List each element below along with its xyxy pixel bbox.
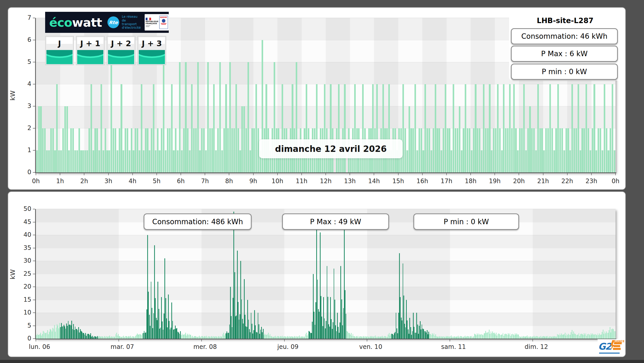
- consumption-bar: [250, 150, 251, 172]
- y-tick-label: 10: [16, 309, 31, 316]
- ecowatt-forecast-green-icon: [46, 50, 73, 64]
- consumption-bar: [151, 128, 152, 172]
- day-tab-j2[interactable]: J + 2: [107, 36, 135, 65]
- stat-pmax-week: P Max : 49 kW: [282, 213, 389, 230]
- consumption-bar: [181, 150, 183, 172]
- x-tick-label: 22h: [557, 178, 578, 185]
- day-tab-j1[interactable]: J + 1: [76, 36, 105, 65]
- consumption-bar: [571, 84, 573, 172]
- consumption-bar: [76, 150, 78, 172]
- y-tick-label: 0: [16, 335, 31, 342]
- consumption-bar: [93, 150, 94, 172]
- ademe-subtext-placeholder: [161, 23, 166, 24]
- x-tick-label: 13h: [340, 178, 360, 185]
- consumption-bar: [529, 106, 531, 172]
- x-tick: [367, 339, 367, 341]
- y-tick-label: 1: [16, 146, 31, 154]
- ecowatt-forecast-green-icon: [77, 50, 103, 64]
- consumption-bar: [539, 128, 541, 172]
- y-tick-label: 25: [16, 270, 31, 277]
- x-tick-label: 20h: [509, 178, 529, 185]
- consumption-bar: [199, 150, 201, 172]
- y-tick-label: 15: [16, 296, 31, 303]
- consumption-bar: [596, 150, 597, 172]
- y-tick-label: 0: [16, 169, 31, 176]
- ecowatt-logo-watt: watt: [72, 15, 102, 30]
- y-tick-label: 4: [16, 80, 31, 87]
- consumption-bar: [491, 150, 492, 172]
- x-tick: [325, 173, 326, 175]
- consumption-bar: [521, 128, 523, 172]
- consumption-bar: [221, 150, 223, 172]
- consumption-bar: [137, 128, 138, 172]
- consumption-bar: [243, 106, 245, 172]
- republique-text: RÉPUBLIQUE FRANÇAISE: [146, 21, 158, 25]
- consumption-bar: [44, 128, 46, 172]
- x-tick-label: mer. 08: [190, 343, 221, 350]
- consumption-bar: [527, 128, 529, 172]
- consumption-bar: [72, 128, 74, 172]
- consumption-bar: [175, 128, 176, 172]
- rte-tagline: Le réseau de transport d'électricité: [122, 15, 142, 30]
- consumption-bar: [543, 150, 545, 172]
- consumption-bar: [424, 84, 426, 172]
- consumption-bar: [475, 84, 476, 172]
- consumption-bar: [91, 84, 92, 172]
- day-tab-j[interactable]: J: [45, 36, 74, 65]
- consumption-bar: [177, 150, 179, 172]
- consumption-bar: [511, 128, 513, 172]
- day-tab-label: J: [46, 37, 73, 50]
- consumption-bar: [251, 128, 253, 172]
- consumption-bar: [417, 150, 418, 172]
- consumption-bar: [519, 128, 521, 172]
- consumption-bar: [553, 150, 555, 172]
- french-flag-icon: [146, 18, 151, 20]
- consumption-bar: [453, 84, 454, 172]
- x-tick: [229, 173, 229, 175]
- consumption-bar: [115, 128, 116, 172]
- y-tick-label: 35: [16, 244, 31, 251]
- republique-francaise-logo: RÉPUBLIQUE FRANÇAISE: [146, 18, 158, 27]
- y-tick-label: 30: [16, 257, 31, 264]
- g2e-wordmark: G2: [598, 341, 611, 352]
- x-tick-label: 18h: [460, 178, 481, 185]
- y-tick: [33, 209, 35, 209]
- consumption-bar: [42, 128, 44, 172]
- consumption-bar: [133, 150, 134, 172]
- consumption-bar: [422, 150, 424, 172]
- ademe-globe-icon: [162, 19, 165, 23]
- consumption-bar: [429, 128, 430, 172]
- consumption-bar: [551, 128, 553, 172]
- day-tab-j3[interactable]: J + 3: [137, 36, 166, 65]
- g2e-e-bar: [614, 342, 622, 344]
- consumption-bar: [573, 128, 575, 172]
- consumption-bar: [108, 150, 110, 172]
- consumption-bar: [247, 62, 249, 172]
- ecowatt-logo-eco: éco: [49, 15, 72, 30]
- consumption-bar: [165, 150, 166, 172]
- consumption-bar: [211, 128, 213, 172]
- consumption-bar: [149, 150, 150, 172]
- x-tick: [201, 339, 202, 341]
- consumption-bar: [183, 128, 185, 172]
- consumption-bar: [541, 128, 543, 172]
- consumption-bar: [36, 150, 38, 172]
- devise-text-placeholder2: [146, 26, 149, 27]
- consumption-bar: [433, 128, 434, 172]
- consumption-bar: [123, 150, 124, 172]
- consumption-bar: [169, 128, 171, 172]
- consumption-bar: [48, 150, 50, 172]
- x-tick-label: 3h: [98, 178, 119, 185]
- consumption-bar: [469, 128, 470, 172]
- consumption-bar: [479, 128, 480, 172]
- x-tick: [446, 173, 447, 175]
- consumption-bar: [338, 84, 340, 172]
- consumption-bar: [459, 106, 460, 172]
- y-tick: [33, 338, 35, 339]
- stat-pmin-week: P min : 0 kW: [413, 213, 519, 230]
- consumption-bar: [88, 128, 90, 172]
- consumption-bar: [531, 128, 533, 172]
- consumption-bar: [372, 84, 374, 172]
- consumption-bar: [219, 62, 221, 172]
- consumption-bar: [171, 84, 173, 172]
